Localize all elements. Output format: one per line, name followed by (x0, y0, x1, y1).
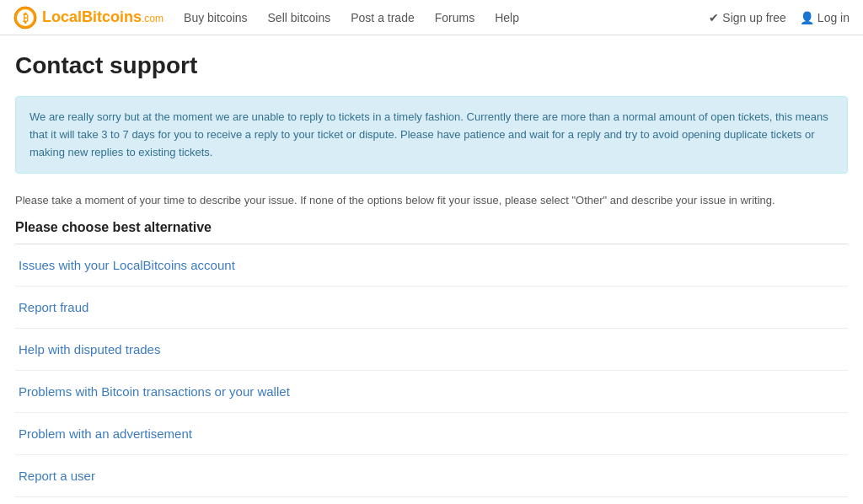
list-item: Issues with your LocalBitcoins account (15, 244, 848, 287)
option-other[interactable]: Other (15, 497, 848, 504)
option-account-issues[interactable]: Issues with your LocalBitcoins account (15, 244, 848, 286)
nav-right: ✔ Sign up free 👤 Log in (709, 11, 850, 24)
option-list: Issues with your LocalBitcoins account R… (15, 244, 848, 504)
option-disputed-trades[interactable]: Help with disputed trades (15, 329, 848, 370)
list-item: Help with disputed trades (15, 329, 848, 371)
list-item: Other (15, 497, 848, 504)
logo-icon: ₿ (13, 6, 37, 29)
svg-text:₿: ₿ (23, 12, 29, 24)
nav-buy-bitcoins[interactable]: Buy bitcoins (184, 11, 247, 24)
nav-sell-bitcoins[interactable]: Sell bitcoins (268, 11, 331, 24)
navbar: ₿ LocalBitcoins.com Buy bitcoins Sell bi… (0, 0, 863, 35)
person-icon: 👤 (800, 11, 814, 24)
brand-logo[interactable]: ₿ LocalBitcoins.com (13, 6, 163, 29)
signup-link[interactable]: ✔ Sign up free (709, 11, 786, 24)
brand-name: LocalBitcoins.com (42, 8, 163, 26)
list-item: Report fraud (15, 287, 848, 329)
alert-text: We are really sorry but at the moment we… (29, 110, 828, 158)
checkmark-icon: ✔ (709, 11, 719, 24)
option-advertisement-problem[interactable]: Problem with an advertisement (15, 413, 848, 454)
option-report-user[interactable]: Report a user (15, 455, 848, 496)
nav-help[interactable]: Help (495, 11, 519, 24)
nav-links: Buy bitcoins Sell bitcoins Post a trade … (184, 11, 709, 24)
main-container: Contact support We are really sorry but … (2, 35, 861, 504)
list-item: Problems with Bitcoin transactions or yo… (15, 371, 848, 413)
list-item: Problem with an advertisement (15, 413, 848, 455)
choose-label: Please choose best alternative (15, 220, 848, 244)
login-link[interactable]: 👤 Log in (800, 11, 850, 24)
option-report-fraud[interactable]: Report fraud (15, 287, 848, 328)
nav-forums[interactable]: Forums (435, 11, 474, 24)
list-item: Report a user (15, 455, 848, 497)
nav-post-trade[interactable]: Post a trade (351, 11, 415, 24)
alert-banner: We are really sorry but at the moment we… (15, 96, 848, 174)
option-bitcoin-transactions[interactable]: Problems with Bitcoin transactions or yo… (15, 371, 848, 412)
page-title: Contact support (15, 52, 848, 79)
instruction-text: Please take a moment of your time to des… (15, 194, 848, 206)
